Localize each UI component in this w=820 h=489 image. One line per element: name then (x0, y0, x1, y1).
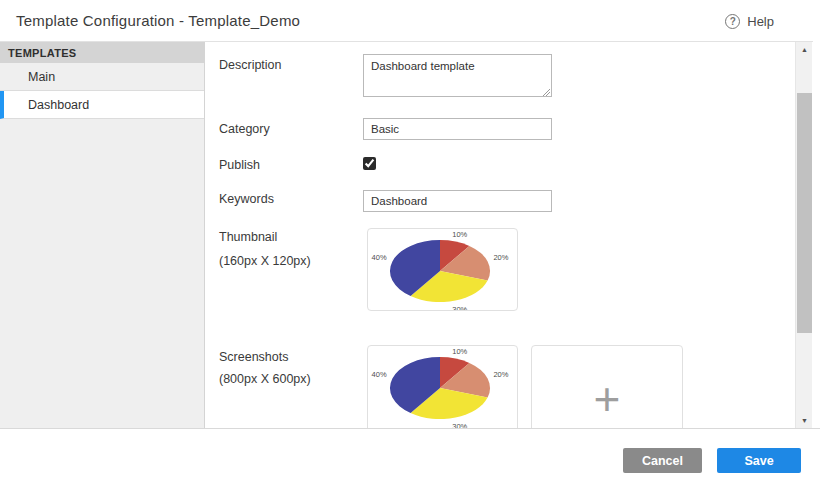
category-label: Category (219, 122, 270, 136)
keywords-label: Keywords (219, 192, 274, 206)
description-label: Description (219, 58, 282, 72)
category-input[interactable] (363, 118, 552, 140)
cancel-button[interactable]: Cancel (623, 448, 702, 473)
save-button[interactable]: Save (717, 448, 801, 473)
help-label: Help (747, 14, 774, 29)
plus-icon: + (594, 376, 621, 422)
description-textarea[interactable]: Dashboard template (363, 54, 552, 97)
sidebar-item-main[interactable]: Main (0, 63, 204, 91)
thumbnail-size-hint: (160px X 120px) (219, 254, 311, 268)
svg-text:40%: 40% (372, 370, 387, 379)
scrollbar-thumb[interactable] (797, 93, 812, 333)
sidebar-item-dashboard[interactable]: Dashboard (0, 91, 204, 119)
thumbnail-pie-chart-image: 10%20%30%40% (368, 229, 518, 311)
screenshots-size-hint: (800px X 600px) (219, 372, 311, 386)
window-edge (813, 0, 820, 428)
svg-text:20%: 20% (493, 370, 508, 379)
scroll-up-icon[interactable]: ▲ (796, 42, 813, 57)
template-form: Description Dashboard template Category … (206, 42, 795, 428)
screenshots-label: Screenshots (219, 350, 288, 364)
screenshot-preview-card[interactable]: 10%20%30%40% (367, 345, 518, 428)
sidebar-header: TEMPLATES (0, 42, 204, 63)
title-bar: Template Configuration - Template_Demo ?… (0, 0, 820, 42)
publish-label: Publish (219, 158, 260, 172)
svg-text:40%: 40% (372, 253, 387, 262)
svg-text:10%: 10% (452, 230, 467, 239)
page-title: Template Configuration - Template_Demo (16, 12, 300, 29)
textarea-resize-grip[interactable] (542, 88, 550, 96)
add-screenshot-button[interactable]: + (531, 345, 683, 428)
publish-checkbox[interactable] (363, 157, 376, 170)
thumbnail-label: Thumbnail (219, 230, 277, 244)
footer-bar: Cancel Save (0, 428, 820, 489)
vertical-scrollbar[interactable]: ▲ ▼ (795, 42, 812, 428)
screenshot-pie-chart-image: 10%20%30%40% (368, 346, 518, 428)
svg-text:30%: 30% (452, 305, 467, 311)
help-icon: ? (725, 14, 740, 29)
keywords-input[interactable] (363, 190, 552, 212)
templates-sidebar: TEMPLATES Main Dashboard (0, 42, 205, 428)
help-button[interactable]: ? Help (725, 0, 774, 42)
thumbnail-preview-card[interactable]: 10%20%30%40% (367, 228, 518, 311)
scroll-down-icon[interactable]: ▼ (796, 413, 813, 428)
svg-text:10%: 10% (452, 347, 467, 356)
svg-text:20%: 20% (493, 253, 508, 262)
